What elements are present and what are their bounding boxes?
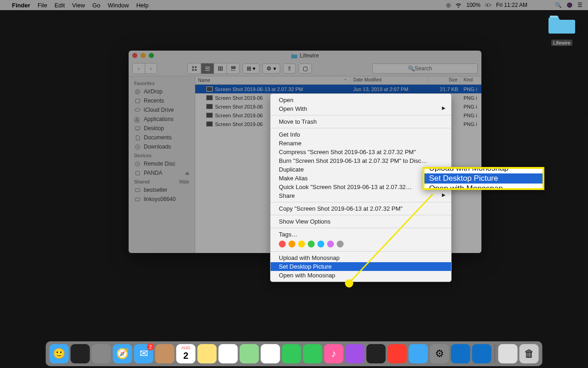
mail-badge: 2 (147, 343, 154, 351)
finder-search[interactable]: 🔍 (372, 63, 478, 74)
sidebar-item-remote-disc[interactable]: Remote Disc (129, 159, 195, 168)
menubar-app-name[interactable]: Finder (12, 2, 30, 9)
arrange-button[interactable]: ⊞ ▾ (243, 63, 260, 74)
close-button[interactable] (132, 53, 137, 58)
view-columns-button[interactable] (214, 63, 226, 74)
menubar-battery-icon[interactable] (485, 2, 492, 8)
ctx-set-desktop-picture[interactable]: Set Desktop Picture (271, 262, 451, 271)
sidebar-item-recents[interactable]: Recents (129, 96, 195, 105)
view-icons-button[interactable] (188, 63, 201, 74)
column-date[interactable]: Date Modified (351, 76, 429, 84)
menubar-siri-icon[interactable] (566, 2, 573, 8)
tags-button[interactable]: ▢ (299, 63, 312, 74)
finder-toolbar: ‹ › ⊞ ▾ ⚙ ▾ ⇪ ▢ 🔍 (129, 61, 481, 76)
menu-view[interactable]: View (72, 2, 85, 9)
table-row[interactable]: Screen Shot 2019-06-13 at 2.07.32 PMJun … (195, 85, 481, 93)
sidebar-item-desktop[interactable]: Desktop (129, 124, 195, 133)
sidebar-item-airdrop[interactable]: AirDrop (129, 87, 195, 96)
dock-app-photos[interactable] (261, 344, 280, 363)
action-button[interactable]: ⚙ ▾ (262, 63, 280, 74)
menu-window[interactable]: Window (107, 2, 129, 9)
view-gallery-button[interactable] (226, 63, 239, 74)
zoom-button[interactable] (149, 53, 154, 58)
column-kind[interactable]: Kind (461, 76, 481, 84)
dock-files[interactable] (498, 344, 518, 363)
dock-app-tv[interactable] (367, 344, 386, 363)
ctx-share[interactable]: Share▶ (271, 191, 451, 200)
minimize-button[interactable] (141, 53, 146, 58)
column-size[interactable]: Size (429, 76, 461, 84)
menubar-wifi-icon[interactable] (455, 2, 462, 8)
ctx-compress[interactable]: Compress "Screen Shot 2019-06-13 at 2.07… (271, 148, 451, 156)
dock-app-itunes[interactable]: ♪ (324, 344, 344, 363)
menubar-monosnap-icon[interactable]: ◎ (446, 2, 451, 8)
dock-app-word[interactable] (472, 344, 492, 363)
ctx-rename[interactable]: Rename (271, 139, 451, 148)
ctx-move-to-trash[interactable]: Move to Trash (271, 117, 451, 126)
column-name[interactable]: Name⌃ (195, 76, 351, 84)
dock-trash[interactable]: 🗑 (520, 344, 539, 363)
sidebar-hide-link[interactable]: Hide (179, 179, 189, 184)
sidebar-item-downloads[interactable]: Downloads (129, 142, 195, 151)
dock-app-siri[interactable] (71, 344, 90, 363)
dock-app-mail[interactable]: ✉2 (134, 344, 153, 363)
sidebar-item-icloud[interactable]: iCloud Drive (129, 105, 195, 115)
menu-file[interactable]: File (38, 2, 47, 9)
dock-app-reminders[interactable] (219, 344, 238, 363)
ctx-open-with[interactable]: Open With▶ (271, 104, 451, 113)
tag-color[interactable] (279, 241, 286, 247)
share-button[interactable]: ⇪ (283, 63, 296, 74)
search-icon: 🔍 (408, 65, 415, 72)
sidebar-item-bestseller[interactable]: bestseller (129, 185, 195, 195)
dock-app-outlook[interactable] (451, 344, 470, 363)
menu-help[interactable]: Help (136, 2, 149, 9)
tag-color[interactable] (327, 241, 334, 247)
file-name: Screen Shot 2019-06 (215, 113, 263, 118)
dock-app-notes[interactable] (198, 344, 217, 363)
desktop-folder-lifewire[interactable]: Lifewire (546, 13, 578, 46)
eject-icon[interactable]: ⏏ (185, 171, 189, 176)
menu-edit[interactable]: Edit (55, 2, 65, 9)
dock-app-maps[interactable] (240, 344, 259, 363)
menubar-spotlight-icon[interactable]: 🔍 (555, 2, 562, 8)
ctx-view-options[interactable]: Show View Options (271, 217, 451, 226)
view-list-button[interactable] (201, 63, 214, 74)
finder-titlebar[interactable]: Lifewire (129, 51, 481, 61)
dock-app-messages[interactable] (282, 344, 301, 363)
sidebar-item-applications[interactable]: ⒶApplications (129, 115, 195, 124)
dock-app-contacts[interactable] (155, 344, 175, 363)
ctx-open-monosnap[interactable]: Open with Monosnap (271, 271, 451, 280)
svg-point-2 (567, 2, 572, 7)
forward-button[interactable]: › (145, 63, 157, 74)
dock-app-calendar[interactable]: AUG2 (176, 344, 196, 363)
submenu-arrow-icon: ▶ (442, 192, 446, 197)
tag-color[interactable] (337, 241, 344, 247)
dock-app-appstore[interactable] (409, 344, 428, 363)
tag-color[interactable] (298, 241, 305, 247)
ctx-burn[interactable]: Burn "Screen Shot 2019-06-13 at 2.07.32 … (271, 156, 451, 165)
tag-color[interactable] (288, 241, 295, 247)
menubar-notifications-icon[interactable]: ☰ (577, 2, 582, 8)
search-input[interactable] (415, 65, 442, 72)
tag-color[interactable] (317, 241, 324, 247)
ctx-copy[interactable]: Copy "Screen Shot 2019-06-13 at 2.07.32 … (271, 204, 451, 213)
sidebar-item-linksys[interactable]: linksys06640 (129, 195, 195, 204)
ctx-upload-monosnap[interactable]: Upload with Monosnap (271, 253, 451, 262)
sidebar-item-panda[interactable]: PANDA⏏ (129, 168, 195, 178)
dock-app-finder[interactable]: 🙂 (50, 344, 69, 363)
dock-app-facetime[interactable] (303, 344, 322, 363)
ctx-open[interactable]: Open (271, 96, 451, 104)
dock-app-podcasts[interactable] (345, 344, 365, 363)
menu-go[interactable]: Go (92, 2, 100, 9)
sidebar-item-documents[interactable]: Documents (129, 133, 195, 142)
dock-app-launchpad[interactable] (92, 344, 111, 363)
tag-color[interactable] (308, 241, 315, 247)
menubar-clock[interactable]: Fri 11:22 AM (496, 2, 527, 8)
dock-app-settings[interactable]: ⚙ (430, 344, 449, 363)
dock-app-safari[interactable]: 🧭 (113, 344, 132, 363)
callout-highlight: Upload with Monosnap Set Desktop Picture… (423, 167, 544, 190)
dock-app-news[interactable] (388, 344, 407, 363)
ctx-get-info[interactable]: Get Info (271, 130, 451, 139)
menubar-battery-percent[interactable]: 100% (466, 2, 481, 8)
back-button[interactable]: ‹ (133, 63, 145, 74)
